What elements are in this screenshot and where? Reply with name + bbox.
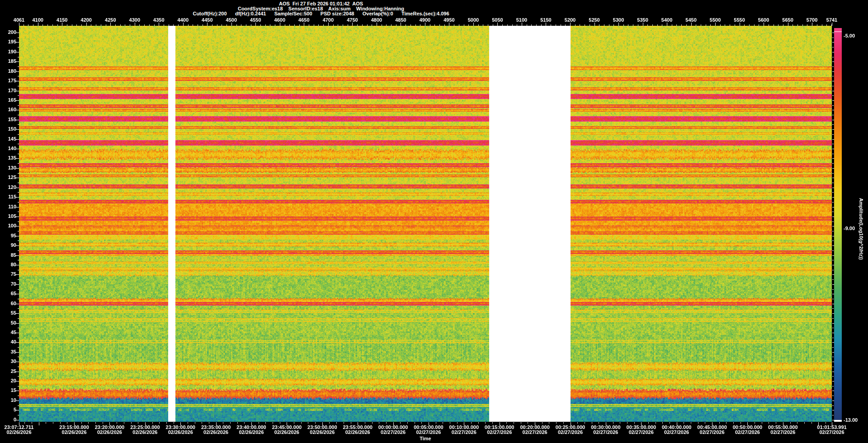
record-axis-tick-label: 4850 [395,18,406,23]
time-axis-tick-label: 23:50:00.00002/26/2026 [307,425,337,435]
record-axis-tick-label: 4950 [443,18,454,23]
record-axis-tick-label: 4150 [57,18,67,23]
freq-axis-tick-label: 140 [3,146,16,151]
time-axis-start-label: 23:07:12.71102/26/2026 [5,425,34,435]
colorbar-underflow-cap [834,420,842,422]
axes-ticks-canvas [0,0,868,443]
record-axis-tick-label: 5250 [589,18,599,23]
freq-axis-tick-label: 175 [3,78,16,83]
record-axis-tick-label: 4700 [323,18,334,23]
record-axis-tick-label: 4200 [81,18,92,23]
time-axis-tick-label: 23:15:00.00002/26/2026 [59,425,89,435]
record-axis-tick-label: 5150 [540,18,551,23]
freq-axis-tick-label: 100 [3,223,16,228]
freq-axis-tick-label: 135 [3,156,16,160]
freq-axis-tick-label: 0 [3,417,16,422]
record-axis-tick-label: 5741 [826,18,837,23]
colorbar-gradient [834,33,842,420]
record-axis-tick-label: 4800 [371,18,382,23]
freq-axis-tick-label: 160 [3,107,16,112]
time-axis-tick-label: 23:45:00.00002/26/2026 [272,425,302,435]
freq-axis-tick-label: 110 [3,204,16,209]
freq-axis-tick-label: 15 [3,388,16,393]
freq-axis-tick-label: 145 [3,137,16,141]
freq-axis-tick-label: 20 [3,378,16,383]
time-axis-tick-label: 23:20:00.00002/26/2026 [95,425,124,435]
freq-axis-tick-label: 30 [3,359,16,364]
record-axis-tick-label: 5700 [807,18,817,23]
freq-axis-tick-label: 200 [3,30,16,35]
record-axis-tick-label: 5000 [468,18,479,23]
freq-axis-tick-label: 180 [3,69,16,74]
time-axis-tick-label: 00:05:00.00002/27/2026 [414,425,443,435]
freq-axis-tick-label: 70 [3,282,16,287]
time-axis-tick-label: 00:45:00.00002/27/2026 [697,425,726,435]
record-axis-tick-label: 4600 [274,18,285,23]
record-axis-tick-label: 4750 [347,18,358,23]
time-axis-title: Time [420,436,431,441]
freq-axis-tick-label: 55 [3,311,16,316]
colorbar-axis-title: Amplitude(Log10(g^2/Hz)) [859,198,864,260]
freq-axis-tick-label: 150 [3,127,16,132]
freq-axis-tick-label: 105 [3,214,16,219]
record-axis-tick-label: 4450 [202,18,212,23]
record-axis-tick-label: 5600 [758,18,769,23]
freq-axis-tick-label: 10 [3,398,16,403]
time-axis-end-label: 01:01:53.99102/27/2026 [817,425,846,435]
freq-axis-tick-label: 190 [3,49,16,54]
time-axis-tick-label: 23:35:00.00002/26/2026 [201,425,231,435]
freq-axis-tick-label: 85 [3,253,16,258]
freq-axis-tick-label: 60 [3,301,16,306]
record-axis-tick-label: 4250 [105,18,116,23]
time-axis-tick-label: 23:55:00.00002/26/2026 [343,425,372,435]
freq-axis-tick-label: 95 [3,233,16,238]
record-axis-tick-label: 4400 [178,18,189,23]
freq-axis-tick-label: 35 [3,349,16,354]
time-axis-tick-label: 00:25:00.00002/27/2026 [556,425,585,435]
freq-axis-tick-label: 50 [3,320,16,325]
record-axis-tick-label: 4350 [153,18,164,23]
record-axis-tick-label: 5050 [492,18,503,23]
freq-axis-tick-label: 130 [3,165,16,170]
freq-axis-tick-label: 185 [3,59,16,64]
time-axis-tick-label: 00:15:00.00002/27/2026 [485,425,514,435]
freq-axis-tick-label: 40 [3,339,16,344]
colorbar-mid-label: -9.00 [844,226,855,231]
freq-axis-tick-label: 125 [3,175,16,180]
colorbar-min-label: -13.00 [844,417,858,423]
record-axis-tick-label: 5300 [613,18,624,23]
freq-axis-tick-label: 5 [3,407,16,412]
time-axis-tick-label: 23:30:00.00002/26/2026 [166,425,195,435]
freq-axis-tick-label: 90 [3,243,16,248]
aos-spectrogram-app: AOS Fri 27 Feb 2026 01:01:42 AOS CoordSy… [0,0,868,443]
record-axis-tick-label: 5200 [565,18,576,23]
freq-axis-tick-label: 115 [3,194,16,199]
record-axis-tick-label: 5500 [710,18,721,23]
record-axis-tick-label: 5100 [516,18,527,23]
freq-axis-tick-label: 170 [3,88,16,93]
freq-axis-tick-label: 155 [3,117,16,122]
time-axis-tick-label: 00:55:00.00002/27/2026 [768,425,797,435]
record-axis-tick-label: 5450 [685,18,696,23]
record-axis-tick-label: 4300 [129,18,140,23]
time-axis-tick-label: 00:30:00.00002/27/2026 [591,425,620,435]
freq-axis-tick-label: 65 [3,291,16,296]
time-axis-tick-label: 00:00:00.00002/27/2026 [378,425,408,435]
freq-axis-tick-label: 25 [3,369,16,374]
freq-axis-tick-label: 165 [3,98,16,103]
colorbar-overflow-cap [834,28,842,33]
time-axis-tick-label: 00:20:00.00002/27/2026 [520,425,549,435]
record-axis-tick-label: 5400 [661,18,672,23]
record-axis-tick-label: 4650 [298,18,309,23]
record-axis-tick-label: 4100 [32,18,43,23]
time-axis-tick-label: 23:40:00.00002/26/2026 [236,425,266,435]
time-axis-tick-label: 00:40:00.00002/27/2026 [662,425,691,435]
record-axis-tick-label: 4550 [250,18,261,23]
colorbar-max-label: -5.00 [844,33,855,38]
record-axis-tick-label: 5550 [734,18,745,23]
freq-axis-tick-label: 120 [3,185,16,190]
record-axis-tick-label: 5650 [782,18,793,23]
freq-axis-tick-label: 195 [3,39,16,44]
record-axis-tick-label: 4500 [226,18,237,23]
freq-axis-tick-label: 80 [3,262,16,267]
